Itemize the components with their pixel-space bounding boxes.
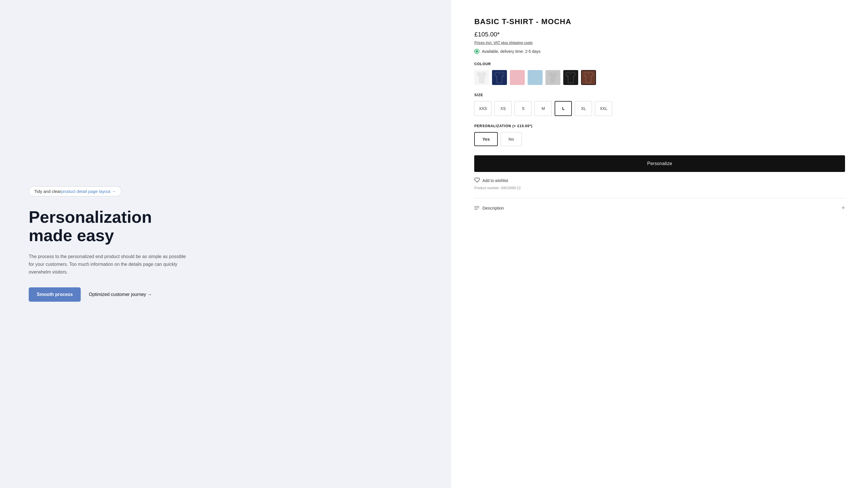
description-lines-icon: [474, 206, 479, 209]
size-btn-s[interactable]: S: [515, 101, 532, 116]
personalization-option-no[interactable]: No: [501, 132, 522, 146]
smooth-process-button[interactable]: Smooth process: [29, 287, 81, 302]
badge-prefix: Tidy and clear: [34, 189, 61, 194]
feature-badge: Tidy and clear product detail page layou…: [29, 186, 122, 196]
svg-marker-1: [495, 72, 504, 83]
colour-swatches: [474, 70, 845, 85]
svg-marker-5: [566, 72, 576, 83]
colour-swatch-sky-blue[interactable]: [528, 70, 542, 85]
personalize-button[interactable]: Personalize: [474, 155, 845, 172]
description-text: Description: [482, 205, 504, 210]
description-label-wrapper: Description: [474, 205, 504, 210]
main-heading: Personalization made easy: [29, 208, 434, 245]
svg-marker-6: [584, 72, 593, 83]
size-btn-m[interactable]: M: [534, 101, 552, 116]
heart-icon: [474, 177, 480, 184]
size-label: SIZE: [474, 93, 845, 97]
left-panel: Tidy and clear product detail page layou…: [0, 0, 451, 488]
size-btn-xxl[interactable]: XXL: [595, 101, 612, 116]
availability-text: Available, delivery time: 2-5 days: [482, 49, 540, 54]
colour-label: COLOUR: [474, 62, 845, 66]
wishlist-text: Add to wishlist: [482, 178, 508, 183]
availability-info: Available, delivery time: 2-5 days: [474, 49, 845, 54]
svg-marker-4: [548, 72, 558, 83]
size-btn-xs[interactable]: XS: [494, 101, 512, 116]
availability-icon: [474, 49, 479, 54]
body-text: The process to the personalized end prod…: [29, 253, 190, 276]
personalization-options: YesNo: [474, 132, 845, 146]
product-price: £105.00*: [474, 31, 845, 38]
colour-swatch-pink[interactable]: [510, 70, 525, 85]
product-number: Product number: SW10000.22: [474, 186, 845, 190]
colour-swatch-mocha[interactable]: [581, 70, 596, 85]
size-btn-l[interactable]: L: [555, 101, 572, 116]
size-options: XXSXSSMLXLXXL: [474, 101, 845, 116]
wishlist-row[interactable]: Add to wishlist: [474, 177, 845, 184]
price-note-link[interactable]: Prices incl. VAT plus shipping costs: [474, 40, 845, 45]
size-btn-xxs[interactable]: XXS: [474, 101, 491, 116]
right-panel: BASIC T-SHIRT - MOCHA £105.00* Prices in…: [451, 0, 868, 488]
badge-link[interactable]: product detail page layout →: [61, 189, 116, 194]
svg-marker-2: [513, 72, 522, 83]
expand-icon: +: [841, 204, 845, 212]
colour-swatch-black[interactable]: [563, 70, 578, 85]
personalization-option-yes[interactable]: Yes: [474, 132, 498, 146]
svg-marker-0: [477, 72, 487, 83]
size-btn-xl[interactable]: XL: [575, 101, 592, 116]
colour-swatch-light-grey[interactable]: [546, 70, 560, 85]
svg-marker-3: [530, 72, 540, 83]
optimized-journey-link[interactable]: Optimized customer journey →: [89, 292, 152, 297]
description-accordion[interactable]: Description +: [474, 198, 845, 217]
colour-swatch-navy[interactable]: [492, 70, 507, 85]
product-title: BASIC T-SHIRT - MOCHA: [474, 17, 845, 26]
personalization-label: PERSONALIZATION (+ £10.00*): [474, 124, 845, 128]
cta-row: Smooth process Optimized customer journe…: [29, 287, 434, 302]
colour-swatch-white[interactable]: [474, 70, 489, 85]
